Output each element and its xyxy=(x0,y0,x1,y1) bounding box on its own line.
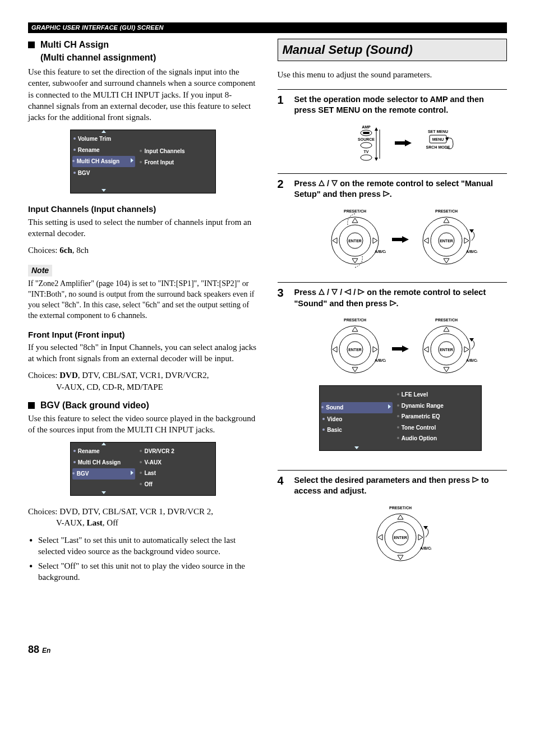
step-1: 1 Set the operation mode selector to AMP… xyxy=(278,89,508,164)
menu-subitem: V-AUX xyxy=(140,457,212,468)
down-icon xyxy=(331,289,338,295)
input-channels-heading: Input Channels (Input channels) xyxy=(28,204,258,215)
nav-pad-figure: PRESET/CH ENTER A/B/C/D/E xyxy=(294,505,508,566)
svg-point-4 xyxy=(361,142,372,148)
svg-marker-46 xyxy=(390,301,396,306)
svg-marker-77 xyxy=(378,534,382,540)
svg-marker-55 xyxy=(373,347,377,352)
choices-default: Last xyxy=(86,518,102,527)
svg-marker-45 xyxy=(358,289,364,294)
front-input-heading: Front Input (Front input) xyxy=(28,329,258,340)
square-bullet-icon xyxy=(28,402,35,409)
menu-item: BGV xyxy=(73,168,135,179)
svg-text:A/B/C/D/E: A/B/C/D/E xyxy=(375,358,386,362)
choices-line2-pre: V-AUX, xyxy=(56,518,86,527)
front-input-choices: Choices: DVD, DTV, CBL/SAT, VCR1, DVR/VC… xyxy=(28,370,258,393)
multi-ch-assign-subtitle: (Multi channel assignment) xyxy=(40,52,258,64)
menu-item-selected: BGV xyxy=(72,468,136,480)
step-text: Set the operation mode selector to AMP a… xyxy=(294,94,508,116)
svg-marker-75 xyxy=(398,515,403,519)
svg-marker-11 xyxy=(395,140,412,146)
step-text: Select the desired parameters and then p… xyxy=(294,475,508,497)
square-bullet-icon xyxy=(28,42,35,48)
choices-line2-post: , Off xyxy=(103,518,118,527)
svg-text:ENTER: ENTER xyxy=(440,239,453,243)
step-2: 2 Press / on the remote control to selec… xyxy=(278,173,508,273)
menu-subitem: DVR/VCR 2 xyxy=(140,446,212,457)
list-item: Select "Off" to set this unit not to pla… xyxy=(28,560,258,583)
svg-text:PRESET/CH: PRESET/CH xyxy=(435,209,458,213)
svg-text:ENTER: ENTER xyxy=(394,536,407,540)
step-4: 4 Select the desired parameters and then… xyxy=(278,470,508,570)
menu-subitem: Last xyxy=(140,468,212,479)
page-number: 88 En xyxy=(28,643,507,656)
multi-ch-assign-title: Multi CH Assign xyxy=(28,39,258,51)
page-num-value: 88 xyxy=(28,644,39,655)
svg-marker-17 xyxy=(319,181,324,186)
left-column: Multi CH Assign (Multi channel assignmen… xyxy=(28,39,258,587)
svg-marker-42 xyxy=(319,289,324,294)
svg-marker-65 xyxy=(424,347,428,352)
right-icon xyxy=(358,289,365,295)
svg-marker-78 xyxy=(418,534,423,540)
svg-text:A/B/C/D/E: A/B/C/D/E xyxy=(375,250,386,253)
svg-text:A/B/C/D/E: A/B/C/D/E xyxy=(466,250,477,253)
svg-marker-8 xyxy=(375,127,378,131)
step-number: 2 xyxy=(278,178,288,273)
nav-pad-figure: PRESET/CH ENTER A/B/C/D/E xyxy=(294,317,508,379)
svg-marker-66 xyxy=(464,347,469,352)
title-text: BGV (Back ground video) xyxy=(40,399,149,412)
note-label: Note xyxy=(28,265,52,276)
header-section-label: GRAPHIC USER INTERFACE (GUI) SCREEN xyxy=(28,22,507,33)
step-3: 3 Press / / / on the remote control to s… xyxy=(278,282,508,461)
svg-marker-19 xyxy=(384,191,389,196)
choices-prefix: Choices: xyxy=(28,371,59,380)
text-part: Press xyxy=(294,179,319,188)
svg-marker-64 xyxy=(444,367,449,372)
svg-marker-39 xyxy=(464,238,469,243)
menu-item: Rename xyxy=(73,446,135,457)
step-number: 1 xyxy=(278,94,288,164)
text-part: Select the desired parameters and then p… xyxy=(294,476,473,485)
svg-text:PRESET/CH: PRESET/CH xyxy=(343,209,366,213)
up-icon xyxy=(319,180,325,186)
menu-subitem: Parametric EQ xyxy=(397,411,479,422)
svg-marker-28 xyxy=(373,238,377,243)
choices-prefix: Choices: xyxy=(28,246,59,255)
step-text: Press / / / on the remote control to sel… xyxy=(294,287,508,309)
multi-ch-intro: Use this feature to set the direction of… xyxy=(28,66,258,123)
svg-marker-25 xyxy=(352,218,358,223)
title-text: Multi CH Assign xyxy=(40,39,109,51)
manual-setup-intro: Use this menu to adjust the sound parame… xyxy=(278,69,508,80)
svg-text:SOURCE: SOURCE xyxy=(358,137,375,141)
menu-item: Multi CH Assign xyxy=(73,457,135,468)
list-item: Select "Last" to set this unit to automa… xyxy=(28,534,258,557)
menu-subitem: Front Input xyxy=(140,157,212,168)
menu-item-selected: Multi CH Assign xyxy=(72,156,136,167)
right-icon xyxy=(383,191,390,197)
svg-marker-18 xyxy=(332,181,337,186)
amp-selector-figure: AMP SOURCE TV SE xyxy=(294,124,508,161)
gui-menu-multi-ch: Volume Trim Rename Multi CH Assign BGV I… xyxy=(70,130,216,193)
svg-text:ENTER: ENTER xyxy=(348,239,362,243)
svg-marker-63 xyxy=(444,327,449,331)
svg-marker-76 xyxy=(398,555,403,560)
gui-menu-sound: Sound Video Basic LFE Level Dynamic Rang… xyxy=(319,385,482,451)
svg-text:AMP: AMP xyxy=(362,125,371,129)
bgv-title: BGV (Back ground video) xyxy=(28,399,258,412)
step-number: 3 xyxy=(278,287,288,461)
choices-default: 6ch xyxy=(59,246,72,255)
svg-text:PRESET/CH: PRESET/CH xyxy=(343,318,366,322)
page-num-suffix: En xyxy=(42,647,50,654)
right-icon xyxy=(390,300,396,306)
svg-text:A/B/C/D/E: A/B/C/D/E xyxy=(466,358,477,362)
step-text: Press / on the remote control to select … xyxy=(294,178,508,200)
svg-marker-36 xyxy=(444,218,449,223)
svg-marker-69 xyxy=(473,477,478,482)
svg-marker-52 xyxy=(352,327,358,331)
svg-marker-37 xyxy=(444,259,449,263)
menu-subitem: Audio Option xyxy=(397,433,479,444)
svg-marker-53 xyxy=(352,367,358,372)
svg-marker-16 xyxy=(445,137,449,141)
svg-text:SET MENU: SET MENU xyxy=(428,130,448,133)
